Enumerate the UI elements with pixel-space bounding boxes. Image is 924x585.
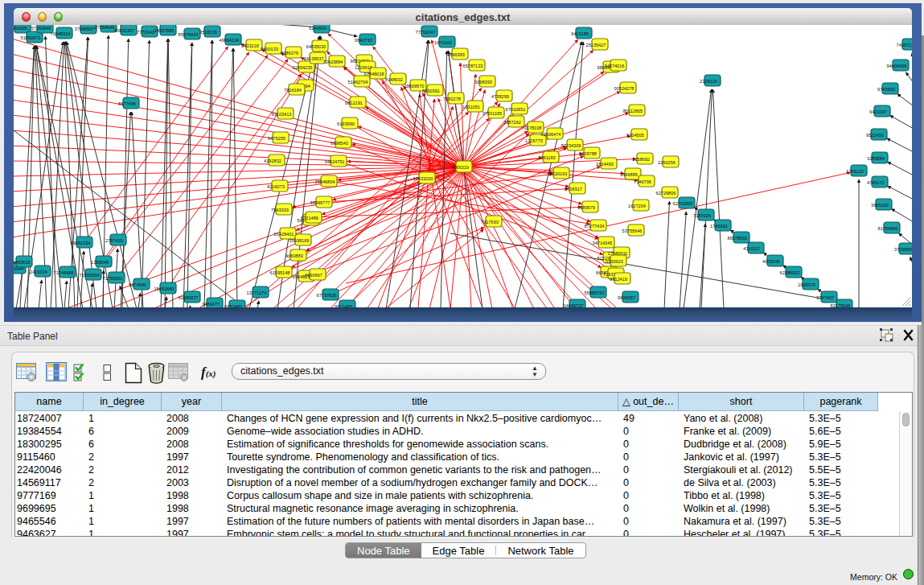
svg-text:5430391: 5430391 bbox=[422, 89, 440, 93]
svg-text:0812191: 0812191 bbox=[345, 101, 363, 105]
svg-text:62702895: 62702895 bbox=[673, 201, 693, 206]
svg-text:8148932: 8148932 bbox=[385, 77, 403, 82]
svg-text:8677496: 8677496 bbox=[118, 101, 136, 106]
svg-text:5466889: 5466889 bbox=[620, 172, 638, 177]
svg-text:7889579: 7889579 bbox=[577, 205, 595, 210]
svg-text:4005045: 4005045 bbox=[762, 259, 780, 264]
svg-text:1671902: 1671902 bbox=[434, 40, 452, 45]
svg-text:34957885: 34957885 bbox=[154, 28, 175, 33]
svg-text:71756551: 71756551 bbox=[103, 276, 123, 281]
svg-text:9600133: 9600133 bbox=[261, 47, 278, 51]
svg-text:13433200: 13433200 bbox=[413, 176, 433, 181]
svg-text:34714345: 34714345 bbox=[593, 241, 613, 245]
svg-text:61595148: 61595148 bbox=[270, 270, 290, 275]
svg-text:4966319: 4966319 bbox=[451, 165, 469, 170]
svg-text:0842710: 0842710 bbox=[355, 38, 372, 43]
svg-text:0433218: 0433218 bbox=[241, 43, 259, 48]
svg-text:5009788: 5009788 bbox=[579, 151, 597, 156]
svg-text:4216073: 4216073 bbox=[267, 184, 285, 189]
svg-text:5240824: 5240824 bbox=[309, 26, 326, 31]
svg-text:4745171: 4745171 bbox=[867, 180, 885, 185]
svg-text:36995777: 36995777 bbox=[310, 200, 331, 205]
svg-text:01429401: 01429401 bbox=[274, 232, 294, 237]
svg-text:4316117: 4316117 bbox=[743, 246, 760, 251]
svg-text:62386922: 62386922 bbox=[780, 270, 800, 275]
svg-text:8708317: 8708317 bbox=[565, 187, 582, 192]
svg-text:9521456: 9521456 bbox=[866, 133, 884, 138]
svg-text:29946804: 29946804 bbox=[315, 179, 335, 184]
svg-text:5674680: 5674680 bbox=[129, 282, 146, 287]
svg-text:49894134: 49894134 bbox=[220, 38, 240, 43]
svg-text:4896383: 4896383 bbox=[447, 52, 465, 57]
svg-text:87234309: 87234309 bbox=[561, 143, 581, 148]
svg-text:80831367: 80831367 bbox=[115, 28, 135, 33]
svg-text:64835030: 64835030 bbox=[306, 44, 326, 49]
svg-text:55886753: 55886753 bbox=[585, 290, 605, 295]
svg-text:4738299: 4738299 bbox=[491, 94, 509, 99]
svg-text:67737826: 67737826 bbox=[317, 293, 337, 298]
svg-text:6998543: 6998543 bbox=[331, 141, 348, 146]
svg-text:65787133: 65787133 bbox=[463, 64, 483, 68]
svg-text:9413186: 9413186 bbox=[571, 31, 589, 36]
svg-text:1745961: 1745961 bbox=[710, 224, 728, 229]
svg-text:2787429: 2787429 bbox=[105, 238, 123, 243]
svg-text:87277434: 87277434 bbox=[585, 224, 605, 229]
svg-text:1326773: 1326773 bbox=[525, 138, 543, 143]
svg-text:71906594: 71906594 bbox=[80, 273, 100, 278]
svg-text:3158692: 3158692 bbox=[632, 157, 650, 162]
svg-text:74367136: 74367136 bbox=[897, 43, 912, 47]
svg-text:57262849: 57262849 bbox=[31, 26, 51, 31]
svg-text:4060883: 4060883 bbox=[285, 253, 303, 258]
svg-text:1399049: 1399049 bbox=[91, 260, 109, 265]
svg-text:7187026: 7187026 bbox=[693, 213, 711, 218]
svg-text:64139537: 64139537 bbox=[304, 56, 324, 61]
svg-text:3709859: 3709859 bbox=[894, 247, 912, 252]
svg-text:71746488: 71746488 bbox=[54, 270, 74, 275]
svg-text:02654235: 02654235 bbox=[293, 65, 313, 70]
svg-text:1824493: 1824493 bbox=[596, 162, 614, 167]
svg-text:6475255: 6475255 bbox=[268, 136, 285, 141]
svg-text:94406409: 94406409 bbox=[887, 64, 907, 68]
svg-text:60385977: 60385977 bbox=[179, 295, 199, 300]
svg-text:27354549: 27354549 bbox=[95, 25, 115, 30]
svg-text:9743953: 9743953 bbox=[877, 87, 895, 92]
svg-text:4192832: 4192832 bbox=[264, 159, 281, 163]
svg-text:53755646: 53755646 bbox=[622, 229, 643, 233]
svg-text:1031051: 1031051 bbox=[462, 105, 480, 109]
svg-text:99091334: 99091334 bbox=[71, 241, 91, 245]
svg-text:15451680: 15451680 bbox=[154, 286, 175, 291]
svg-text:86578091: 86578091 bbox=[728, 236, 748, 241]
svg-text:1491905: 1491905 bbox=[14, 26, 27, 31]
svg-text:00524278: 00524278 bbox=[614, 86, 634, 91]
svg-text:9636057: 9636057 bbox=[618, 295, 635, 300]
svg-text:3387262: 3387262 bbox=[503, 120, 521, 125]
svg-text:1746120: 1746120 bbox=[846, 169, 864, 174]
svg-text:5098393: 5098393 bbox=[474, 80, 492, 84]
svg-text:02606474: 02606474 bbox=[541, 132, 561, 137]
svg-text:76945314: 76945314 bbox=[51, 31, 71, 36]
svg-text:1969379: 1969379 bbox=[798, 282, 815, 287]
svg-text:7917693: 7917693 bbox=[481, 220, 499, 225]
svg-text:73178108: 73178108 bbox=[522, 126, 542, 130]
svg-text:9421047: 9421047 bbox=[869, 109, 887, 114]
svg-text:3747407: 3747407 bbox=[816, 295, 834, 300]
svg-text:55698169: 55698169 bbox=[290, 238, 310, 243]
svg-text:3482477: 3482477 bbox=[202, 302, 220, 307]
svg-text:72423884: 72423884 bbox=[323, 60, 343, 64]
svg-text:1627204: 1627204 bbox=[628, 204, 646, 208]
svg-text:3685160: 3685160 bbox=[871, 203, 889, 208]
svg-text:7770143: 7770143 bbox=[137, 30, 154, 35]
svg-text:76320163: 76320163 bbox=[548, 171, 568, 176]
svg-text:28809570: 28809570 bbox=[405, 84, 425, 89]
svg-text:6204505: 6204505 bbox=[626, 133, 644, 138]
svg-text:7346706: 7346706 bbox=[634, 179, 651, 184]
svg-text:37996507: 37996507 bbox=[75, 27, 95, 31]
svg-text:6690967: 6690967 bbox=[305, 273, 322, 278]
svg-text:8721489: 8721489 bbox=[301, 216, 318, 220]
svg-text:34624751: 34624751 bbox=[325, 159, 345, 164]
svg-text:13493618: 13493618 bbox=[14, 260, 30, 265]
svg-text:81754965: 81754965 bbox=[878, 226, 898, 231]
svg-text:51462704: 51462704 bbox=[348, 80, 368, 84]
svg-text:3285884: 3285884 bbox=[867, 156, 885, 161]
svg-text:77752047: 77752047 bbox=[416, 30, 436, 35]
